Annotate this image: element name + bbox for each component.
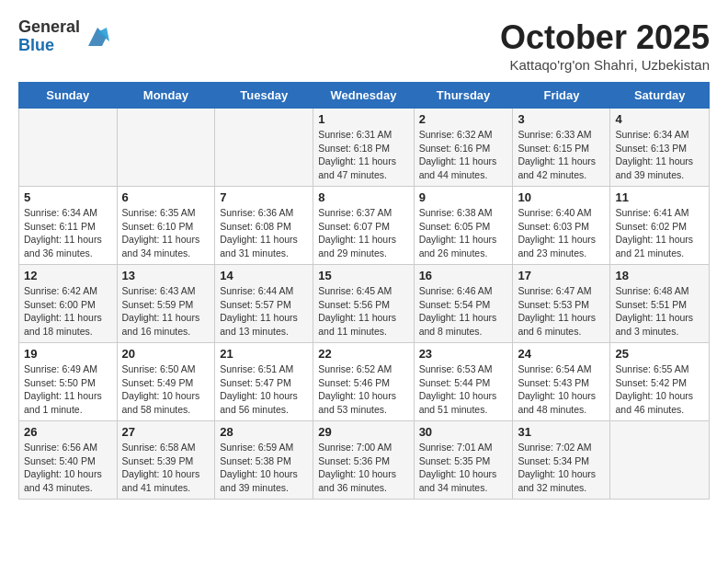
- month-title: October 2025: [500, 18, 710, 57]
- day-number: 21: [220, 347, 308, 361]
- day-number: 2: [419, 112, 508, 126]
- day-cell-27: 27Sunrise: 6:58 AMSunset: 5:39 PMDayligh…: [117, 421, 215, 500]
- page-header: General Blue October 2025 Kattaqo'rg'on …: [18, 18, 710, 73]
- day-cell-28: 28Sunrise: 6:59 AMSunset: 5:38 PMDayligh…: [215, 421, 313, 500]
- day-cell-23: 23Sunrise: 6:53 AMSunset: 5:44 PMDayligh…: [414, 343, 513, 421]
- day-info: Sunrise: 6:42 AMSunset: 6:00 PMDaylight:…: [24, 284, 112, 339]
- header-friday: Friday: [513, 83, 610, 109]
- day-cell-13: 13Sunrise: 6:43 AMSunset: 5:59 PMDayligh…: [117, 265, 215, 343]
- day-number: 13: [122, 269, 210, 282]
- day-cell-7: 7Sunrise: 6:36 AMSunset: 6:08 PMDaylight…: [215, 187, 313, 265]
- day-cell-1: 1Sunrise: 6:31 AMSunset: 6:18 PMDaylight…: [313, 109, 414, 187]
- day-number: 27: [122, 425, 210, 439]
- logo-general: General: [18, 18, 80, 37]
- day-info: Sunrise: 6:49 AMSunset: 5:50 PMDaylight:…: [24, 362, 112, 417]
- day-number: 15: [318, 269, 408, 282]
- day-number: 5: [24, 190, 112, 204]
- day-number: 8: [318, 190, 408, 204]
- day-number: 19: [24, 347, 112, 361]
- empty-cell: [610, 421, 710, 500]
- day-info: Sunrise: 6:44 AMSunset: 5:57 PMDaylight:…: [220, 284, 308, 339]
- day-info: Sunrise: 6:43 AMSunset: 5:59 PMDaylight:…: [122, 284, 210, 339]
- header-wednesday: Wednesday: [313, 83, 414, 109]
- day-cell-24: 24Sunrise: 6:54 AMSunset: 5:43 PMDayligh…: [513, 343, 610, 421]
- header-row: SundayMondayTuesdayWednesdayThursdayFrid…: [19, 83, 710, 109]
- day-number: 31: [518, 425, 605, 439]
- day-cell-8: 8Sunrise: 6:37 AMSunset: 6:07 PMDaylight…: [313, 187, 414, 265]
- day-info: Sunrise: 6:40 AMSunset: 6:03 PMDaylight:…: [518, 206, 605, 260]
- day-cell-29: 29Sunrise: 7:00 AMSunset: 5:36 PMDayligh…: [313, 421, 414, 500]
- day-info: Sunrise: 6:31 AMSunset: 6:18 PMDaylight:…: [318, 128, 408, 182]
- day-info: Sunrise: 6:32 AMSunset: 6:16 PMDaylight:…: [419, 128, 508, 182]
- empty-cell: [215, 109, 313, 187]
- title-block: October 2025 Kattaqo'rg'on Shahri, Uzbek…: [500, 18, 710, 73]
- week-row-2: 12Sunrise: 6:42 AMSunset: 6:00 PMDayligh…: [19, 265, 710, 343]
- day-number: 28: [220, 425, 308, 439]
- day-cell-19: 19Sunrise: 6:49 AMSunset: 5:50 PMDayligh…: [19, 343, 118, 421]
- day-cell-4: 4Sunrise: 6:34 AMSunset: 6:13 PMDaylight…: [610, 109, 710, 187]
- week-row-4: 26Sunrise: 6:56 AMSunset: 5:40 PMDayligh…: [19, 421, 710, 500]
- day-cell-31: 31Sunrise: 7:02 AMSunset: 5:34 PMDayligh…: [513, 421, 610, 500]
- day-info: Sunrise: 6:34 AMSunset: 6:13 PMDaylight:…: [615, 128, 704, 182]
- day-info: Sunrise: 6:45 AMSunset: 5:56 PMDaylight:…: [318, 284, 408, 339]
- day-number: 11: [615, 190, 704, 204]
- day-number: 9: [419, 190, 508, 204]
- day-number: 1: [318, 112, 408, 126]
- day-cell-30: 30Sunrise: 7:01 AMSunset: 5:35 PMDayligh…: [414, 421, 513, 500]
- logo-blue: Blue: [18, 37, 80, 55]
- day-info: Sunrise: 6:38 AMSunset: 6:05 PMDaylight:…: [419, 206, 508, 260]
- day-info: Sunrise: 6:54 AMSunset: 5:43 PMDaylight:…: [518, 362, 605, 417]
- day-cell-26: 26Sunrise: 6:56 AMSunset: 5:40 PMDayligh…: [19, 421, 118, 500]
- day-number: 22: [318, 347, 408, 361]
- empty-cell: [117, 109, 215, 187]
- day-info: Sunrise: 6:58 AMSunset: 5:39 PMDaylight:…: [122, 441, 210, 495]
- week-row-1: 5Sunrise: 6:34 AMSunset: 6:11 PMDaylight…: [19, 187, 710, 265]
- day-info: Sunrise: 6:47 AMSunset: 5:53 PMDaylight:…: [518, 284, 605, 339]
- day-number: 14: [220, 269, 308, 282]
- day-cell-11: 11Sunrise: 6:41 AMSunset: 6:02 PMDayligh…: [610, 187, 710, 265]
- day-number: 23: [419, 347, 508, 361]
- day-cell-18: 18Sunrise: 6:48 AMSunset: 5:51 PMDayligh…: [610, 265, 710, 343]
- day-number: 3: [518, 112, 605, 126]
- day-cell-14: 14Sunrise: 6:44 AMSunset: 5:57 PMDayligh…: [215, 265, 313, 343]
- day-cell-5: 5Sunrise: 6:34 AMSunset: 6:11 PMDaylight…: [19, 187, 118, 265]
- day-info: Sunrise: 6:41 AMSunset: 6:02 PMDaylight:…: [615, 206, 704, 260]
- day-cell-9: 9Sunrise: 6:38 AMSunset: 6:05 PMDaylight…: [414, 187, 513, 265]
- day-info: Sunrise: 7:02 AMSunset: 5:34 PMDaylight:…: [518, 441, 605, 495]
- day-number: 29: [318, 425, 408, 439]
- day-info: Sunrise: 6:37 AMSunset: 6:07 PMDaylight:…: [318, 206, 408, 260]
- day-info: Sunrise: 6:55 AMSunset: 5:42 PMDaylight:…: [615, 362, 704, 417]
- logo: General Blue: [18, 18, 111, 55]
- location-subtitle: Kattaqo'rg'on Shahri, Uzbekistan: [500, 57, 710, 73]
- day-number: 30: [419, 425, 508, 439]
- day-cell-22: 22Sunrise: 6:52 AMSunset: 5:46 PMDayligh…: [313, 343, 414, 421]
- header-tuesday: Tuesday: [215, 83, 313, 109]
- day-cell-17: 17Sunrise: 6:47 AMSunset: 5:53 PMDayligh…: [513, 265, 610, 343]
- logo-icon: [84, 23, 111, 51]
- calendar-table: SundayMondayTuesdayWednesdayThursdayFrid…: [18, 82, 710, 500]
- day-number: 18: [615, 269, 704, 282]
- day-info: Sunrise: 6:36 AMSunset: 6:08 PMDaylight:…: [220, 206, 308, 260]
- day-info: Sunrise: 6:52 AMSunset: 5:46 PMDaylight:…: [318, 362, 408, 417]
- day-info: Sunrise: 6:50 AMSunset: 5:49 PMDaylight:…: [122, 362, 210, 417]
- day-info: Sunrise: 6:51 AMSunset: 5:47 PMDaylight:…: [220, 362, 308, 417]
- day-cell-15: 15Sunrise: 6:45 AMSunset: 5:56 PMDayligh…: [313, 265, 414, 343]
- header-saturday: Saturday: [610, 83, 710, 109]
- calendar-header: SundayMondayTuesdayWednesdayThursdayFrid…: [19, 83, 710, 109]
- day-cell-2: 2Sunrise: 6:32 AMSunset: 6:16 PMDaylight…: [414, 109, 513, 187]
- week-row-3: 19Sunrise: 6:49 AMSunset: 5:50 PMDayligh…: [19, 343, 710, 421]
- day-info: Sunrise: 6:33 AMSunset: 6:15 PMDaylight:…: [518, 128, 605, 182]
- empty-cell: [19, 109, 118, 187]
- day-info: Sunrise: 6:48 AMSunset: 5:51 PMDaylight:…: [615, 284, 704, 339]
- day-cell-10: 10Sunrise: 6:40 AMSunset: 6:03 PMDayligh…: [513, 187, 610, 265]
- day-number: 25: [615, 347, 704, 361]
- day-number: 16: [419, 269, 508, 282]
- header-thursday: Thursday: [414, 83, 513, 109]
- day-number: 6: [122, 190, 210, 204]
- week-row-0: 1Sunrise: 6:31 AMSunset: 6:18 PMDaylight…: [19, 109, 710, 187]
- day-info: Sunrise: 6:35 AMSunset: 6:10 PMDaylight:…: [122, 206, 210, 260]
- day-info: Sunrise: 6:53 AMSunset: 5:44 PMDaylight:…: [419, 362, 508, 417]
- day-info: Sunrise: 6:34 AMSunset: 6:11 PMDaylight:…: [24, 206, 112, 260]
- day-cell-20: 20Sunrise: 6:50 AMSunset: 5:49 PMDayligh…: [117, 343, 215, 421]
- header-monday: Monday: [117, 83, 215, 109]
